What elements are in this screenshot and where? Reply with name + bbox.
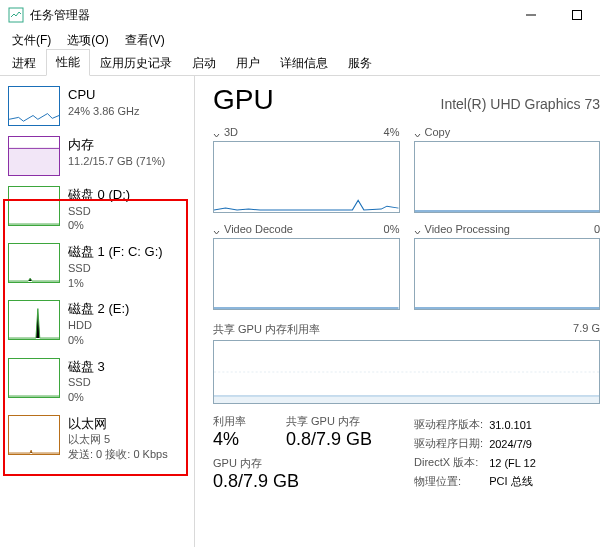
svg-rect-5 [214,396,599,403]
gpu-shared-memory-section: 共享 GPU 内存利用率 7.9 G [213,322,600,404]
gpu-panel-decode[interactable]: Video Decode 0% [213,223,400,310]
maximize-button[interactable] [554,0,600,30]
panel-process-pct: 0 [594,223,600,235]
driver-date-value: 2024/7/9 [489,435,540,452]
gpu-properties: 驱动程序版本:31.0.101 驱动程序日期:2024/7/9 DirectX … [412,414,542,492]
location-label: 物理位置: [414,473,487,490]
gpu-chart-copy [414,141,601,213]
menubar: 文件(F) 选项(O) 查看(V) [0,30,600,50]
disk2-title: 磁盘 2 (E:) [68,300,129,318]
app-icon [8,7,24,23]
disk2-mini-chart [8,300,60,340]
gpumem-label: GPU 内存 [213,456,372,471]
panel-decode-pct: 0% [384,223,400,235]
sidebar-item-disk3[interactable]: 磁盘 3 SSD 0% [0,354,194,411]
tab-users[interactable]: 用户 [226,50,270,76]
disk1-title: 磁盘 1 (F: C: G:) [68,243,163,261]
directx-value: 12 (FL 12 [489,454,540,471]
disk0-mini-chart [8,186,60,226]
tab-startup[interactable]: 启动 [182,50,226,76]
menu-options[interactable]: 选项(O) [63,30,112,51]
disk0-title: 磁盘 0 (D:) [68,186,130,204]
gpu-chart-process [414,238,601,310]
memory-mini-chart [8,136,60,176]
cpu-sub: 24% 3.86 GHz [68,104,140,119]
panel-process-label: Video Processing [425,223,510,235]
sidebar-item-cpu[interactable]: CPU 24% 3.86 GHz [0,82,194,132]
gpumem-value: 0.8/7.9 GB [213,471,372,492]
disk3-sub1: SSD [68,375,105,390]
sidebar-item-disk2[interactable]: 磁盘 2 (E:) HDD 0% [0,296,194,353]
location-value: PCI 总线 [489,473,540,490]
chevron-down-icon [414,129,421,136]
tab-processes[interactable]: 进程 [2,50,46,76]
disk3-sub2: 0% [68,390,105,405]
chevron-down-icon [213,129,220,136]
disk0-sub1: SSD [68,204,130,219]
directx-label: DirectX 版本: [414,454,487,471]
memory-sub: 11.2/15.7 GB (71%) [68,154,165,169]
util-label: 利用率 [213,414,246,429]
svg-rect-2 [573,11,582,20]
disk3-title: 磁盘 3 [68,358,105,376]
panel-3d-label: 3D [224,126,238,138]
sidebar-item-disk1[interactable]: 磁盘 1 (F: C: G:) SSD 1% [0,239,194,296]
driver-ver-label: 驱动程序版本: [414,416,487,433]
disk1-mini-chart [8,243,60,283]
ethernet-sub1: 以太网 5 [68,432,168,447]
shared-label: 共享 GPU 内存利用率 [213,322,320,337]
sidebar-item-memory[interactable]: 内存 11.2/15.7 GB (71%) [0,132,194,182]
disk2-sub2: 0% [68,333,129,348]
tab-app-history[interactable]: 应用历史记录 [90,50,182,76]
chevron-down-icon [213,226,220,233]
ethernet-title: 以太网 [68,415,168,433]
cpu-title: CPU [68,86,140,104]
svg-rect-3 [9,148,59,175]
gpu-chart-decode [213,238,400,310]
panel-3d-pct: 4% [384,126,400,138]
sidebar-item-ethernet[interactable]: 以太网 以太网 5 发送: 0 接收: 0 Kbps [0,411,194,468]
gpu-shared-chart [213,340,600,404]
gpu-detail-panel: GPU Intel(R) UHD Graphics 73 3D 4% Copy [195,76,600,547]
gpu-model: Intel(R) UHD Graphics 73 [441,96,601,112]
chevron-down-icon [414,226,421,233]
disk3-mini-chart [8,358,60,398]
disk0-sub2: 0% [68,218,130,233]
gpu-chart-3d [213,141,400,213]
memory-title: 内存 [68,136,165,154]
menu-file[interactable]: 文件(F) [8,30,55,51]
gpu-heading: GPU [213,84,274,116]
util-value: 4% [213,429,246,450]
cpu-mini-chart [8,86,60,126]
disk1-sub2: 1% [68,276,163,291]
menu-view[interactable]: 查看(V) [121,30,169,51]
performance-sidebar: CPU 24% 3.86 GHz 内存 11.2/15.7 GB (71%) 磁… [0,76,195,547]
shared-mem-value: 0.8/7.9 GB [286,429,372,450]
minimize-button[interactable] [508,0,554,30]
gpu-panel-process[interactable]: Video Processing 0 [414,223,601,310]
ethernet-sub2: 发送: 0 接收: 0 Kbps [68,447,168,462]
window-title: 任务管理器 [30,7,90,24]
tab-services[interactable]: 服务 [338,50,382,76]
tab-details[interactable]: 详细信息 [270,50,338,76]
gpu-panel-3d[interactable]: 3D 4% [213,126,400,213]
ethernet-mini-chart [8,415,60,455]
shared-mem-label: 共享 GPU 内存 [286,414,372,429]
panel-copy-label: Copy [425,126,451,138]
tab-performance[interactable]: 性能 [46,49,90,76]
sidebar-item-disk0[interactable]: 磁盘 0 (D:) SSD 0% [0,182,194,239]
disk2-sub1: HDD [68,318,129,333]
svg-rect-0 [9,8,23,22]
driver-ver-value: 31.0.101 [489,416,540,433]
shared-right: 7.9 G [573,322,600,337]
window-titlebar: 任务管理器 [0,0,600,30]
gpu-panel-copy[interactable]: Copy [414,126,601,213]
panel-decode-label: Video Decode [224,223,293,235]
driver-date-label: 驱动程序日期: [414,435,487,452]
disk1-sub1: SSD [68,261,163,276]
tabbar: 进程 性能 应用历史记录 启动 用户 详细信息 服务 [0,50,600,76]
